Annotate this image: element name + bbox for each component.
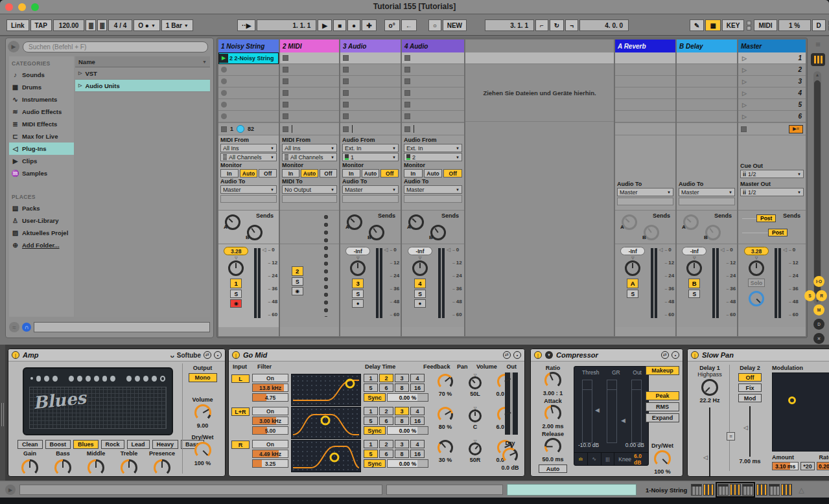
scene-slot[interactable]: ▷2 [738, 64, 806, 76]
makeup-button[interactable]: Makeup [646, 366, 679, 375]
monitor-auto-button[interactable]: Auto [424, 169, 443, 178]
sends-section-toggle[interactable]: S [804, 290, 815, 301]
save-preset-icon[interactable]: ▪ [671, 351, 679, 359]
link-button[interactable]: = [727, 432, 735, 441]
monitor-off-button[interactable]: Off [380, 169, 399, 178]
filter-res-value[interactable]: 5.00 [252, 426, 288, 435]
device-title-bar[interactable]: | ▼ Compressor ⇄ ▪ [531, 349, 683, 361]
hot-swap-icon[interactable]: ⇄ [503, 351, 511, 359]
solo-button[interactable]: S [414, 290, 426, 298]
track-activator-button[interactable]: 2 [292, 266, 303, 276]
clip-slot[interactable] [402, 99, 464, 111]
expand-triangle-icon[interactable]: ▷ [78, 83, 82, 88]
track-header[interactable]: 1 Noisy String [218, 40, 279, 52]
fader-handle-icon[interactable]: ◁ [447, 247, 450, 253]
beat-button[interactable]: 8 [395, 417, 409, 425]
headphones-icon[interactable]: ∩ [22, 323, 31, 332]
x20-button[interactable]: *20 [800, 462, 815, 470]
delay2-fix-button[interactable]: Fix [738, 384, 762, 392]
io-section-toggle[interactable]: I·O [813, 276, 824, 287]
beat-button[interactable]: 1 [364, 440, 378, 448]
clip-slot[interactable] [280, 52, 339, 64]
preview-bar[interactable] [34, 322, 210, 332]
loop-button[interactable]: ↻ [550, 19, 564, 31]
scene-play-icon[interactable]: ▷ [742, 67, 747, 73]
clip-slot[interactable] [340, 87, 401, 99]
monitor-off-button[interactable]: Off [259, 169, 277, 178]
output-channel-chooser[interactable] [342, 195, 399, 203]
amp-volume-knob[interactable] [194, 404, 211, 421]
output-channel-chooser[interactable] [220, 195, 277, 203]
track-header[interactable]: 4 Audio [402, 40, 464, 52]
sidebar-item-sounds[interactable]: ♪Sounds [9, 69, 74, 81]
sidebar-item-clips[interactable]: ▶Clips [9, 155, 74, 167]
list-header[interactable]: Name [78, 58, 95, 65]
input-type-chooser[interactable]: All Ins▼ [220, 144, 277, 152]
delay2-off-button[interactable]: Off [738, 373, 762, 382]
session-record-button[interactable]: ○ [428, 19, 441, 31]
beat-button[interactable]: 2 [379, 374, 393, 382]
mod-amount-value[interactable]: 3.10 ms [772, 462, 799, 470]
beat-button[interactable]: 3 [395, 407, 409, 415]
draw-mode-button[interactable]: ✎ [690, 19, 704, 31]
clip-slot[interactable] [402, 87, 464, 99]
volume-value[interactable]: -Inf [682, 247, 706, 255]
fold-icon[interactable]: ▼ [545, 351, 553, 359]
info-play-icon[interactable]: ▶ [5, 485, 16, 495]
device-view-handle[interactable] [0, 345, 5, 481]
clip-slot[interactable] [218, 76, 279, 87]
list-item-audio-units[interactable]: ▷Audio Units [75, 80, 210, 92]
master-out-chooser[interactable]: ii1/2▼ [740, 188, 804, 196]
mode-rock-button[interactable]: Rock [101, 440, 124, 449]
clip-slot[interactable] [280, 99, 339, 111]
clip-slot[interactable] [465, 52, 614, 64]
beat-button[interactable]: 6 [379, 384, 393, 392]
quantize-menu[interactable]: 1 Bar▼ [161, 19, 193, 31]
send-a-knob[interactable]: A [225, 214, 240, 230]
returns-section-toggle[interactable]: R [816, 290, 827, 301]
solo-button[interactable]: S [688, 290, 700, 298]
clip-slot[interactable] [340, 76, 401, 87]
track-header[interactable]: 3 Audio [340, 40, 401, 52]
rms-button[interactable]: RMS [646, 402, 679, 411]
arm-button[interactable]: ● [352, 299, 364, 308]
filter-res-value[interactable]: 3.25 [252, 459, 288, 468]
input-lr-button[interactable]: L+R [231, 407, 250, 416]
filter-icon[interactable]: ▼ [202, 60, 207, 64]
threshold-handle-icon[interactable]: ◀ [595, 407, 600, 413]
monitor-in-button[interactable]: In [342, 169, 360, 178]
device-chain-thumbnail[interactable] [769, 484, 780, 496]
clip-slot[interactable] [218, 87, 279, 99]
pan-knob[interactable] [686, 260, 702, 276]
device-title-bar[interactable]: | Go Mid ⇄ ▪ [229, 349, 524, 361]
cue-volume-knob[interactable] [749, 291, 764, 306]
solo-button[interactable]: S [627, 290, 638, 298]
modulation-handle-icon[interactable] [788, 396, 796, 404]
punch-in-button[interactable]: ⌐ [535, 19, 548, 31]
filter-freq-value[interactable]: 13.8 kHz [252, 384, 288, 392]
output-handle-icon[interactable]: ◀ [621, 417, 625, 424]
sidebar-item-user-library[interactable]: ♙User-Library [9, 214, 74, 227]
peak-button[interactable]: Peak [646, 391, 679, 400]
clip-slot[interactable] [280, 76, 339, 87]
beat-button[interactable]: 5 [364, 450, 378, 458]
monitor-auto-button[interactable]: Auto [240, 169, 258, 178]
computer-midi-keyboard-button[interactable]: ▦ [705, 19, 720, 31]
output-type-chooser[interactable]: Master▼ [679, 188, 735, 196]
output-channel-chooser[interactable] [282, 195, 337, 203]
tap-tempo-button[interactable]: TAP [30, 19, 52, 31]
sync-button[interactable]: Sync [364, 393, 386, 402]
clip-slot[interactable] [280, 64, 339, 76]
save-preset-icon[interactable]: ▪ [214, 351, 222, 359]
track-header[interactable]: B Delay [677, 40, 737, 52]
clip-slot[interactable] [340, 99, 401, 111]
output-type-chooser[interactable]: Master▼ [404, 185, 462, 194]
save-preset-icon[interactable]: ▪ [513, 351, 521, 359]
delay-offset-value[interactable]: 0.00 % [387, 459, 428, 468]
device-chain-thumbnail[interactable] [781, 484, 792, 496]
input-channel-chooser[interactable]: 2▼ [404, 153, 462, 161]
beat-button[interactable]: 2 [379, 407, 393, 415]
arm-button[interactable]: ● [414, 299, 426, 308]
beat-button[interactable]: 8 [395, 450, 409, 458]
monitor-auto-button[interactable]: Auto [301, 169, 318, 178]
